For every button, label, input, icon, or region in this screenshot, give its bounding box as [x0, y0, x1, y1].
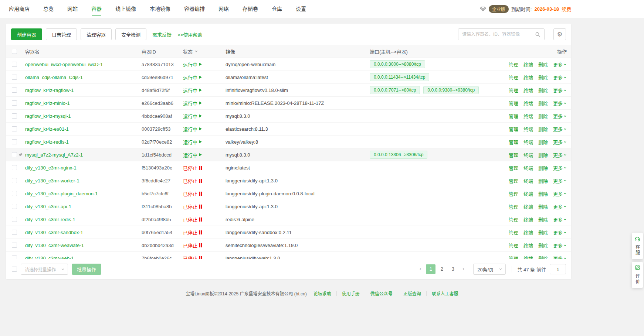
nav-tab-repository[interactable]: 仓库 — [272, 0, 282, 18]
delete-link[interactable]: 删除 — [538, 138, 548, 145]
terminal-link[interactable]: 终端 — [523, 177, 533, 184]
terminal-link[interactable]: 终端 — [523, 100, 533, 107]
more-link[interactable]: 更多 — [553, 190, 567, 197]
delete-link[interactable]: 删除 — [538, 190, 548, 197]
manage-link[interactable]: 管理 — [509, 216, 518, 223]
more-link[interactable]: 更多 — [553, 113, 567, 120]
row-checkbox[interactable] — [12, 256, 17, 259]
nav-tab-app-store[interactable]: 应用商店 — [9, 0, 30, 18]
row-checkbox[interactable] — [12, 165, 17, 170]
nav-tab-containers[interactable]: 容器 — [91, 0, 102, 18]
container-name-link[interactable]: dify_v130_c3mr-plugin_daemon-1 — [25, 191, 98, 196]
more-link[interactable]: 更多 — [553, 242, 567, 249]
terminal-link[interactable]: 终端 — [523, 203, 533, 210]
more-link[interactable]: 更多 — [553, 216, 567, 223]
nav-tab-settings[interactable]: 设置 — [296, 0, 306, 18]
search-icon[interactable] — [531, 29, 544, 40]
delete-link[interactable]: 删除 — [538, 242, 548, 249]
terminal-link[interactable]: 终端 — [523, 164, 533, 171]
row-checkbox[interactable] — [12, 230, 17, 235]
manage-link[interactable]: 管理 — [509, 126, 518, 133]
terminal-link[interactable]: 终端 — [523, 242, 533, 249]
delete-link[interactable]: 删除 — [538, 164, 548, 171]
more-link[interactable]: 更多 — [553, 74, 567, 81]
delete-link[interactable]: 删除 — [538, 74, 548, 81]
goto-page-input[interactable] — [550, 264, 566, 274]
container-name-link[interactable]: dify_v130_c3mr-sandbox-1 — [25, 230, 83, 235]
container-name-link[interactable]: openwebui_iwcd-openwebui_iwcD-1 — [25, 62, 103, 67]
nav-tab-local-images[interactable]: 本地镜像 — [150, 0, 170, 18]
col-header-status-filter[interactable]: 状态 — [183, 48, 226, 55]
search-input[interactable] — [458, 29, 531, 40]
footer-link-genuine-check[interactable]: 正版查询 — [403, 290, 421, 296]
nav-tab-orchestration[interactable]: 容器编排 — [184, 0, 205, 18]
batch-select-all-checkbox[interactable] — [12, 267, 17, 272]
more-link[interactable]: 更多 — [553, 151, 567, 158]
terminal-link[interactable]: 终端 — [523, 113, 533, 120]
terminal-link[interactable]: 终端 — [523, 138, 533, 145]
page-size-select[interactable]: 20条/页 — [473, 264, 506, 275]
container-name-link[interactable]: dify_v130_c3mr-web-1 — [25, 256, 74, 260]
clean-containers-button[interactable]: 清理容器 — [81, 28, 112, 40]
row-checkbox[interactable] — [12, 243, 17, 248]
row-checkbox[interactable] — [12, 88, 17, 93]
prev-page-arrow[interactable]: ‹ — [416, 264, 424, 274]
delete-link[interactable]: 删除 — [538, 203, 548, 210]
more-link[interactable]: 更多 — [553, 138, 567, 145]
container-name-link[interactable]: ragflow_kr4z-minio-1 — [25, 100, 70, 106]
more-link[interactable]: 更多 — [553, 126, 567, 133]
container-name-link[interactable]: mysql_a7z2-mysql_A7z2-1 — [25, 152, 83, 158]
nav-tab-volumes[interactable]: 存储卷 — [243, 0, 258, 18]
manage-link[interactable]: 管理 — [509, 242, 518, 249]
manage-link[interactable]: 管理 — [509, 113, 518, 120]
more-link[interactable]: 更多 — [553, 229, 567, 236]
row-checkbox[interactable] — [12, 62, 17, 67]
feedback-link[interactable]: 需求反馈 — [152, 31, 172, 38]
container-name-link[interactable]: dify_v130_c3mr-api-1 — [25, 204, 71, 209]
footer-link-wechat[interactable]: 微信公众号 — [370, 290, 393, 296]
help-link[interactable]: >>使用帮助 — [177, 31, 202, 38]
container-name-link[interactable]: ragflow_kr4z-es01-1 — [25, 126, 69, 132]
select-all-checkbox[interactable] — [12, 49, 17, 54]
delete-link[interactable]: 删除 — [538, 61, 548, 68]
delete-link[interactable]: 删除 — [538, 113, 548, 120]
more-link[interactable]: 更多 — [553, 61, 567, 68]
more-link[interactable]: 更多 — [553, 255, 567, 260]
delete-link[interactable]: 删除 — [538, 177, 548, 184]
row-checkbox[interactable] — [12, 191, 17, 196]
batch-apply-button[interactable]: 批量操作 — [72, 264, 101, 275]
container-name-link[interactable]: dify_v130_c3mr-worker-1 — [25, 178, 79, 184]
more-link[interactable]: 更多 — [553, 164, 567, 171]
manage-link[interactable]: 管理 — [509, 203, 518, 210]
terminal-link[interactable]: 终端 — [523, 190, 533, 197]
manage-link[interactable]: 管理 — [509, 61, 518, 68]
manage-link[interactable]: 管理 — [509, 74, 518, 81]
container-name-link[interactable]: dify_v130_c3mr-weaviate-1 — [25, 243, 84, 248]
row-checkbox[interactable] — [12, 113, 17, 119]
container-name-link[interactable]: dify_v130_c3mr-nginx-1 — [25, 165, 77, 171]
row-checkbox[interactable] — [12, 204, 17, 209]
row-checkbox[interactable] — [12, 178, 17, 183]
manage-link[interactable]: 管理 — [509, 151, 518, 158]
row-checkbox[interactable] — [12, 100, 17, 106]
page-number-1[interactable]: 1 — [426, 264, 435, 274]
manage-link[interactable]: 管理 — [509, 190, 518, 197]
manage-link[interactable]: 管理 — [509, 177, 518, 184]
manage-link[interactable]: 管理 — [509, 229, 518, 236]
review-button[interactable]: 评价 — [632, 262, 643, 288]
delete-link[interactable]: 删除 — [538, 151, 548, 158]
delete-link[interactable]: 删除 — [538, 229, 548, 236]
footer-link-support[interactable]: 联系人工客服 — [432, 290, 458, 296]
delete-link[interactable]: 删除 — [538, 126, 548, 133]
footer-link-manual[interactable]: 使用手册 — [342, 290, 360, 296]
container-name-link[interactable]: ragflow_kr4z-mysql-1 — [25, 113, 71, 119]
manage-link[interactable]: 管理 — [509, 164, 518, 171]
more-link[interactable]: 更多 — [553, 100, 567, 107]
nav-tab-network[interactable]: 网络 — [218, 0, 229, 18]
more-link[interactable]: 更多 — [553, 87, 567, 94]
security-check-button[interactable]: 安全检测 — [115, 28, 146, 40]
terminal-link[interactable]: 终端 — [523, 61, 533, 68]
delete-link[interactable]: 删除 — [538, 87, 548, 94]
row-checkbox[interactable] — [12, 152, 17, 157]
container-name-link[interactable]: dify_v130_c3mr-redis-1 — [25, 217, 75, 222]
